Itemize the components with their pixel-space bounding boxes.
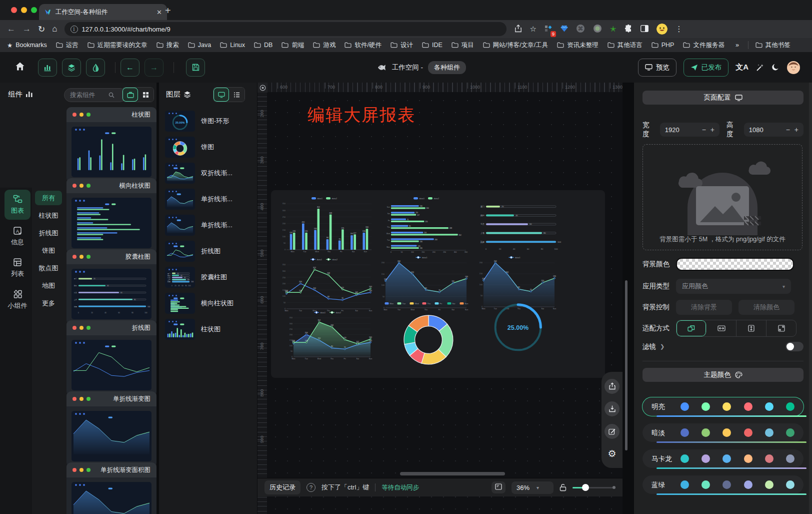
import-button[interactable] — [604, 401, 620, 416]
green-star-extension-icon[interactable]: ✭ — [610, 25, 616, 34]
fit-auto-option[interactable] — [676, 320, 706, 336]
component-card-3[interactable]: 折线图 — [66, 320, 156, 396]
category-2[interactable]: 折线图 — [35, 226, 62, 240]
reload-icon[interactable]: ↻ — [38, 24, 45, 35]
save-button[interactable] — [186, 59, 205, 77]
dashboard-group[interactable]: 0501001502002503003501202001508070110130… — [271, 190, 605, 378]
grid-view-toggle[interactable] — [138, 88, 154, 102]
dashboard-chart-donut[interactable]: MonTueWedThuFriSatSun — [382, 301, 475, 369]
bg-color-swatch[interactable] — [676, 258, 794, 271]
theme-row-3[interactable]: 蓝绿 — [642, 475, 804, 494]
dashboard-chart-capsule[interactable]: 厦门20南阳40北京60上海80新疆100020406080100 — [475, 197, 565, 253]
zoom-window-button[interactable] — [31, 7, 37, 13]
component-card-5[interactable]: 单折线渐变面积图 — [66, 462, 156, 514]
close-window-button[interactable] — [11, 7, 17, 13]
workspace-name-badge[interactable]: 各种组件 — [428, 61, 466, 74]
filter-toggle[interactable] — [786, 342, 804, 351]
bookmarks-manager[interactable]: ★ Bookmarks — [7, 42, 47, 49]
window-controls[interactable] — [11, 7, 37, 13]
fit-width-option[interactable] — [706, 320, 736, 336]
dashboard-chart-area2[interactable]: 0501001502002503003501202001508070110130… — [285, 309, 374, 362]
bookmark-folder[interactable]: 资讯未整理 — [557, 41, 598, 50]
layer-item-3[interactable]: 单折线渐... — [165, 189, 253, 210]
component-card-1[interactable]: 横向柱状图 — [66, 178, 156, 254]
theme-row-1[interactable]: 暗淡 — [642, 423, 804, 442]
component-library-toggle[interactable] — [122, 88, 138, 102]
browser-profile-avatar[interactable] — [656, 24, 668, 35]
fit-stretch-option[interactable] — [766, 320, 796, 336]
height-plus[interactable]: + — [794, 126, 798, 134]
export-button[interactable] — [604, 379, 620, 394]
theme-row-0[interactable]: 明亮 — [642, 397, 804, 416]
sidebar-item-2[interactable]: 列表 — [4, 253, 30, 283]
layer-item-1[interactable]: 饼图 — [165, 137, 253, 158]
bookmark-folder[interactable]: 近期需要读的文章 — [88, 41, 148, 50]
fit-height-option[interactable] — [736, 320, 766, 336]
browser-menu-icon[interactable]: ⋮ — [676, 25, 683, 34]
user-avatar[interactable] — [787, 61, 800, 74]
bookmark-star-icon[interactable]: ☆ — [530, 25, 536, 34]
dashboard-chart-line2[interactable]: 0501001502002503003501202001508070110130… — [278, 256, 374, 314]
circle-extension-icon[interactable] — [593, 24, 602, 35]
layer-item-8[interactable]: 柱状图 — [165, 319, 253, 340]
bookmark-folder[interactable]: Java — [188, 41, 211, 50]
slider-thumb[interactable] — [582, 484, 589, 491]
sidebar-item-1[interactable]: A信息 — [4, 222, 30, 251]
app-home-icon[interactable] — [15, 62, 25, 73]
bookmark-folder[interactable]: 游戏 — [313, 41, 336, 50]
redo-button[interactable]: → — [144, 59, 164, 77]
theme-color-header[interactable]: 主题颜色 — [642, 368, 804, 382]
bookmark-folder[interactable]: 软件/硬件 — [344, 41, 381, 50]
canvas-vertical-scrollbar[interactable] — [625, 280, 628, 450]
extension-tabs-icon[interactable]: 9 — [544, 25, 552, 34]
back-icon[interactable]: ← — [7, 24, 16, 34]
layer-thumbnail-toggle[interactable] — [214, 88, 229, 102]
width-minus[interactable]: − — [702, 126, 706, 134]
command-extension-icon[interactable]: ⌘ — [576, 24, 585, 35]
dark-mode-moon-icon[interactable] — [772, 63, 780, 72]
category-6[interactable]: 更多 — [35, 296, 62, 310]
minimize-window-button[interactable] — [21, 7, 27, 13]
page-scrollbar[interactable] — [809, 83, 812, 514]
filter-mode-button[interactable] — [86, 59, 105, 77]
site-info-icon[interactable]: i — [70, 26, 78, 33]
edit-button[interactable] — [604, 424, 620, 439]
unlock-icon[interactable] — [560, 483, 566, 491]
bookmark-folder[interactable]: 其他语言 — [608, 41, 642, 50]
theme-row-2[interactable]: 马卡龙 — [642, 449, 804, 468]
bookmark-folder[interactable]: 搜索 — [156, 41, 179, 50]
layer-item-4[interactable]: 单折线渐... — [165, 215, 253, 236]
bookmark-folder[interactable]: IDE — [422, 41, 442, 50]
component-search[interactable] — [64, 88, 127, 102]
new-tab-button[interactable]: + — [165, 6, 171, 15]
category-0[interactable]: 所有 — [35, 191, 62, 205]
help-icon[interactable]: ? — [306, 483, 316, 492]
dashboard-chart-hbar[interactable]: 1202001508070110130130130312268155117160… — [383, 195, 473, 255]
zoom-select[interactable]: 36%▾ — [512, 481, 554, 494]
preview-button[interactable]: 预览 — [638, 59, 676, 77]
canvas-horizontal-scrollbar[interactable] — [400, 472, 505, 475]
bookmark-folder[interactable]: 网站/博客/文章/工具 — [483, 41, 548, 50]
height-stepper[interactable]: 1080 −+ — [744, 123, 804, 137]
category-5[interactable]: 地图 — [35, 278, 62, 293]
ruler-origin-eye-icon[interactable] — [258, 83, 268, 93]
bookmark-folder[interactable]: 文件服务器 — [683, 41, 724, 50]
home-icon[interactable]: ⌂ — [52, 24, 57, 34]
sidebar-item-0[interactable]: 图表 — [4, 190, 30, 220]
category-4[interactable]: 散点图 — [35, 261, 62, 275]
settings-gear-button[interactable]: ⚙ — [604, 446, 620, 461]
publish-button[interactable]: 已发布 — [684, 59, 729, 77]
history-panel-icon[interactable] — [492, 481, 506, 493]
bookmark-folder[interactable]: PHP — [652, 41, 674, 50]
history-button[interactable]: 历史记录 — [264, 480, 300, 494]
browser-tab[interactable]: 工作空间-各种组件 ✕ — [39, 4, 167, 20]
bookmark-folder[interactable]: 前端 — [282, 41, 304, 50]
sidebar-item-3[interactable]: 小组件 — [4, 285, 30, 315]
tab-close-icon[interactable]: ✕ — [156, 9, 162, 16]
height-minus[interactable]: − — [786, 126, 790, 134]
magic-wand-icon[interactable] — [756, 63, 764, 72]
layer-item-5[interactable]: 折线图 — [165, 241, 253, 262]
layers-mode-button[interactable] — [62, 59, 81, 77]
address-bar[interactable]: i 127.0.0.1:3000/#/chart/home/9 — [64, 22, 506, 36]
category-3[interactable]: 饼图 — [35, 243, 62, 258]
